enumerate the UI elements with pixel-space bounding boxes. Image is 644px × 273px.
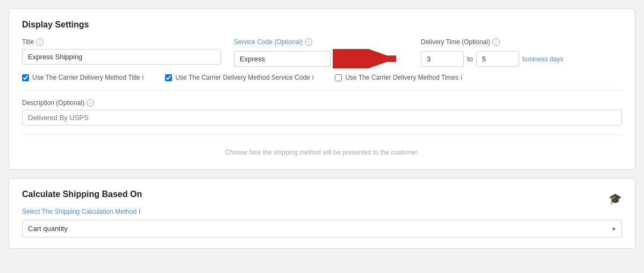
description-input[interactable] (22, 110, 622, 125)
checkbox-carrier-service-code-item: Use The Carrier Delivery Method Service … (165, 74, 313, 81)
checkbox-carrier-times[interactable] (335, 74, 342, 81)
business-days-label: business days (523, 55, 563, 63)
checkbox-carrier-service-code[interactable] (165, 74, 172, 81)
title-label: Title i (22, 38, 221, 46)
checkbox-carrier-title-info-icon[interactable]: i (142, 74, 144, 81)
display-settings-title: Display Settings (22, 20, 622, 30)
checkbox-carrier-times-info-icon[interactable]: i (461, 74, 462, 81)
delivery-from-input[interactable] (421, 51, 464, 67)
description-label: Description (Optional) i (22, 99, 622, 107)
service-code-label: Service Code (Optional) i (234, 38, 408, 46)
shipping-calc-label: Select The Shipping Calculation Method i (22, 208, 622, 215)
title-input[interactable] (22, 49, 221, 65)
shipping-calc-select[interactable]: Cart quantity Cart weight Cart total Num… (22, 220, 622, 237)
checkbox-carrier-service-code-info-icon[interactable]: i (312, 74, 314, 81)
shipping-calc-label-link[interactable]: Select The Shipping Calculation Method (22, 208, 137, 215)
checkbox-carrier-times-item: Use The Carrier Delivery Method Times i (335, 74, 462, 81)
checkbox-carrier-title-label: Use The Carrier Delivery Method Title i (32, 74, 144, 81)
title-field-group: Title i (22, 38, 221, 65)
delivery-time-info-icon[interactable]: i (492, 38, 500, 46)
service-code-field-group: Service Code (Optional) i (234, 38, 408, 68)
checkbox-carrier-title[interactable] (22, 74, 29, 81)
help-text: Choose how the shipping method will be p… (22, 143, 622, 158)
fields-row: Title i Service Code (Optional) i (22, 38, 622, 68)
shipping-calc-select-wrapper: Cart quantity Cart weight Cart total Num… (22, 220, 622, 237)
delivery-time-label: Delivery Time (Optional) i (421, 38, 563, 46)
delivery-to-separator: to (467, 55, 473, 63)
delivery-time-inputs: to business days (421, 51, 563, 67)
red-arrow-icon (333, 49, 408, 68)
delivery-time-field-group: Delivery Time (Optional) i to business d… (421, 38, 563, 67)
calculate-shipping-header: Calculate Shipping Based On 🎓 (22, 190, 622, 208)
description-info-icon[interactable]: i (87, 99, 94, 107)
calculate-shipping-card: Calculate Shipping Based On 🎓 Select The… (9, 178, 635, 249)
checkbox-carrier-service-code-label: Use The Carrier Delivery Method Service … (175, 74, 313, 81)
title-info-icon[interactable]: i (36, 38, 44, 46)
description-section: Description (Optional) i (22, 99, 622, 125)
checkbox-carrier-times-label: Use The Carrier Delivery Method Times i (345, 74, 462, 81)
checkbox-carrier-title-item: Use The Carrier Delivery Method Title i (22, 74, 144, 81)
graduation-icon: 🎓 (609, 192, 622, 205)
section-divider-1 (22, 90, 622, 90)
checkbox-section: Use The Carrier Delivery Method Title i … (22, 74, 622, 81)
display-settings-card: Display Settings Title i Service Code (O… (9, 9, 635, 170)
service-code-input[interactable] (234, 51, 331, 67)
delivery-to-input[interactable] (476, 51, 519, 67)
section-divider-2 (22, 134, 622, 135)
service-code-info-icon[interactable]: i (305, 38, 312, 46)
shipping-calc-info-icon[interactable]: i (139, 208, 140, 215)
calculate-shipping-title: Calculate Shipping Based On (22, 190, 142, 199)
